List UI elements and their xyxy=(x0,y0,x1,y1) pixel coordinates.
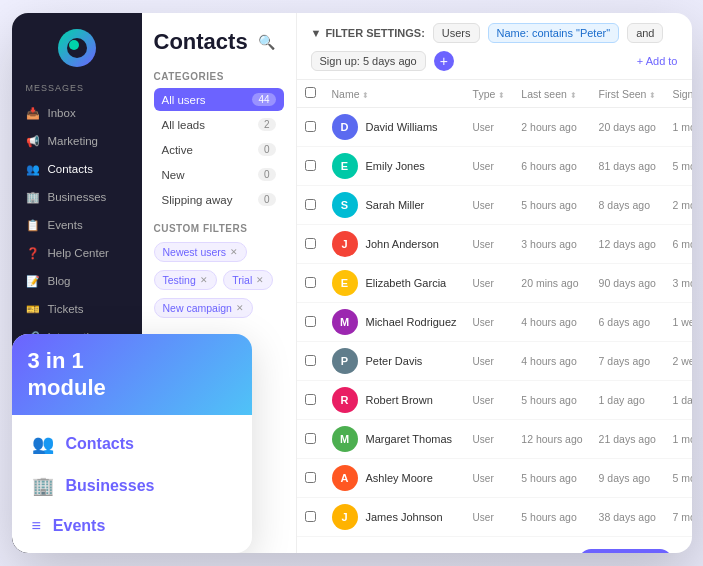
header-first-seen[interactable]: First Seen ⬍ xyxy=(591,80,665,108)
sidebar-item-contacts[interactable]: 👥 Contacts xyxy=(12,155,142,183)
filter-chip-name[interactable]: Name: contains "Peter" xyxy=(488,23,620,43)
table-row[interactable]: A Ashley Moore User 5 hours ago 9 days a… xyxy=(297,459,692,498)
row-name: M Michael Rodriguez xyxy=(324,303,465,342)
table-row[interactable]: J John Anderson User 3 hours ago 12 days… xyxy=(297,225,692,264)
row-name: S Sarah Miller xyxy=(324,186,465,225)
row-type: User xyxy=(465,420,514,459)
table-row[interactable]: R Robert Brown User 5 hours ago 1 day ag… xyxy=(297,381,692,420)
row-last-seen: 4 hours ago xyxy=(513,342,590,381)
row-checkbox[interactable] xyxy=(297,147,324,186)
header-type[interactable]: Type ⬍ xyxy=(465,80,514,108)
table-row[interactable]: E Elizabeth Garcia User 20 mins ago 90 d… xyxy=(297,264,692,303)
row-first-seen: 1 day ago xyxy=(591,381,665,420)
row-checkbox[interactable] xyxy=(297,381,324,420)
avatar: E xyxy=(332,153,358,179)
row-checkbox[interactable] xyxy=(297,342,324,381)
close-icon[interactable]: ✕ xyxy=(236,303,244,313)
row-name: J James Johnson xyxy=(324,498,465,537)
row-signed-up: 3 months ago xyxy=(664,264,691,303)
category-all-users[interactable]: All users 44 xyxy=(154,88,284,111)
close-icon[interactable]: ✕ xyxy=(200,275,208,285)
page-header: Contacts 🔍 xyxy=(154,29,284,55)
add-filter-button[interactable]: + xyxy=(434,51,454,71)
category-all-leads[interactable]: All leads 2 xyxy=(154,113,284,136)
category-slipping-away[interactable]: Slipping away 0 xyxy=(154,188,284,211)
table-row[interactable]: J James Johnson User 5 hours ago 38 days… xyxy=(297,498,692,537)
header-signed-up[interactable]: Signed up ⬍ xyxy=(664,80,691,108)
row-first-seen: 12 days ago xyxy=(591,225,665,264)
toi-businesses[interactable]: 🏢 Businesses xyxy=(12,465,252,507)
avatar: S xyxy=(332,192,358,218)
toi-contacts[interactable]: 👥 Contacts xyxy=(12,423,252,465)
filter-tag-trial[interactable]: Trial ✕ xyxy=(223,270,273,290)
sidebar-item-inbox[interactable]: 📥 Inbox xyxy=(12,99,142,127)
blog-icon: 📝 xyxy=(26,274,40,288)
sort-icon: ⬍ xyxy=(362,91,369,100)
category-new[interactable]: New 0 xyxy=(154,163,284,186)
filter-chip-users[interactable]: Users xyxy=(433,23,480,43)
row-signed-up: 2 months ago xyxy=(664,186,691,225)
row-checkbox[interactable] xyxy=(297,303,324,342)
avatar: M xyxy=(332,426,358,452)
sidebar-item-blog[interactable]: 📝 Blog xyxy=(12,267,142,295)
row-checkbox[interactable] xyxy=(297,420,324,459)
close-icon[interactable]: ✕ xyxy=(256,275,264,285)
sidebar-item-businesses[interactable]: 🏢 Businesses xyxy=(12,183,142,211)
three-in-one-card: 3 in 1 module 👥 Contacts 🏢 Businesses ≡ … xyxy=(12,334,252,553)
toi-events[interactable]: ≡ Events xyxy=(12,507,252,545)
categories-label: CATEGORIES xyxy=(154,71,284,82)
row-checkbox[interactable] xyxy=(297,498,324,537)
row-last-seen: 3 hours ago xyxy=(513,225,590,264)
header-last-seen[interactable]: Last seen ⬍ xyxy=(513,80,590,108)
row-signed-up: 1 week ago xyxy=(664,303,691,342)
table-row[interactable]: M Margaret Thomas User 12 hours ago 21 d… xyxy=(297,420,692,459)
avatar: R xyxy=(332,387,358,413)
sidebar-item-help-center[interactable]: ❓ Help Center xyxy=(12,239,142,267)
filter-chip-and: and xyxy=(627,23,663,43)
filter-tag-newest-users[interactable]: Newest users ✕ xyxy=(154,242,248,262)
filter-tag-testing[interactable]: Testing ✕ xyxy=(154,270,217,290)
filter-chip-signup[interactable]: Sign up: 5 days ago xyxy=(311,51,426,71)
header-checkbox[interactable] xyxy=(297,80,324,108)
row-type: User xyxy=(465,498,514,537)
tickets-icon: 🎫 xyxy=(26,302,40,316)
table-row[interactable]: D David Williams User 2 hours ago 20 day… xyxy=(297,108,692,147)
close-icon[interactable]: ✕ xyxy=(230,247,238,257)
filter-settings-label: ▼ FILTER SETTINGS: xyxy=(311,27,425,39)
sidebar-item-events[interactable]: 📋 Events xyxy=(12,211,142,239)
row-checkbox[interactable] xyxy=(297,186,324,225)
search-button[interactable]: 🔍 xyxy=(258,34,275,50)
row-type: User xyxy=(465,381,514,420)
custom-filters-label: CUSTOM FILTERS xyxy=(154,223,284,234)
avatar: E xyxy=(332,270,358,296)
sort-icon: ⬍ xyxy=(498,91,505,100)
table-row[interactable]: S Sarah Miller User 5 hours ago 8 days a… xyxy=(297,186,692,225)
row-last-seen: 12 hours ago xyxy=(513,420,590,459)
row-name: P Peter Davis xyxy=(324,342,465,381)
filter-tag-new-campaign[interactable]: New campaign ✕ xyxy=(154,298,253,318)
row-name: M Margaret Thomas xyxy=(324,420,465,459)
row-checkbox[interactable] xyxy=(297,108,324,147)
avatar: J xyxy=(332,231,358,257)
add-to-button[interactable]: + Add to xyxy=(637,55,678,67)
row-type: User xyxy=(465,108,514,147)
row-first-seen: 21 days ago xyxy=(591,420,665,459)
table-row[interactable]: E Emily Jones User 6 hours ago 81 days a… xyxy=(297,147,692,186)
row-checkbox[interactable] xyxy=(297,264,324,303)
businesses-icon: 🏢 xyxy=(32,475,54,497)
row-checkbox[interactable] xyxy=(297,225,324,264)
row-first-seen: 9 days ago xyxy=(591,459,665,498)
add-new-contact-button[interactable]: + Add new c xyxy=(579,549,671,553)
header-name[interactable]: Name ⬍ xyxy=(324,80,465,108)
row-checkbox[interactable] xyxy=(297,459,324,498)
table-row[interactable]: M Michael Rodriguez User 4 hours ago 6 d… xyxy=(297,303,692,342)
table-row[interactable]: P Peter Davis User 4 hours ago 7 days ag… xyxy=(297,342,692,381)
category-active[interactable]: Active 0 xyxy=(154,138,284,161)
sidebar-item-tickets[interactable]: 🎫 Tickets xyxy=(12,295,142,323)
avatar: M xyxy=(332,309,358,335)
avatar: P xyxy=(332,348,358,374)
row-first-seen: 6 days ago xyxy=(591,303,665,342)
right-panel: ▼ FILTER SETTINGS: Users Name: contains … xyxy=(297,13,692,553)
sidebar-item-marketing[interactable]: 📢 Marketing xyxy=(12,127,142,155)
avatar: D xyxy=(332,114,358,140)
